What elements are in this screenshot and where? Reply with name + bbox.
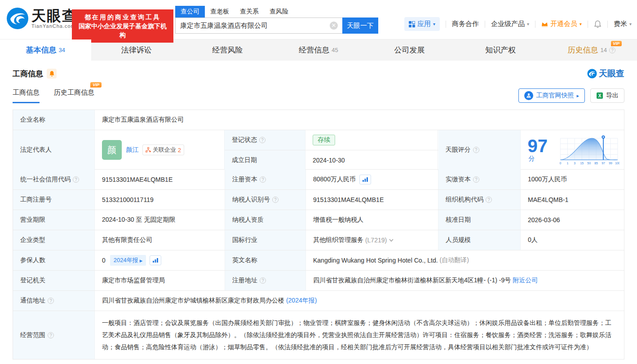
section-title: 工商信息 bbox=[13, 69, 43, 79]
search-tab-company[interactable]: 查公司 bbox=[175, 6, 205, 18]
subscribe-bell[interactable] bbox=[47, 69, 57, 79]
tab-intellectual-property[interactable]: 知识产权 bbox=[455, 39, 546, 61]
tianyancha-logo-icon bbox=[587, 69, 597, 79]
help-icon[interactable]: ? bbox=[473, 176, 479, 183]
field-label: 天眼评分? bbox=[438, 130, 521, 170]
staff-size-value: 0人 bbox=[521, 230, 624, 250]
bar-chart-icon bbox=[362, 177, 368, 182]
svg-text:15: 15 bbox=[580, 162, 584, 165]
score-distribution-chart[interactable]: 0 1 3 15 50 85 97 99 100 bbox=[557, 132, 619, 168]
reg-address-value: 四川省甘孜藏族自治州康定市榆林街道榆林新区新天地4区1幢- (-1) -9号 附… bbox=[306, 271, 624, 290]
avatar[interactable]: 颜 bbox=[102, 140, 122, 160]
divider bbox=[588, 21, 588, 28]
legal-rep-value: 颜 颜江 关联企业 2 bbox=[95, 130, 225, 170]
official-snapshot-button[interactable]: 工商官网快照 ▸ bbox=[518, 88, 585, 103]
search-button[interactable]: 天眼一下 bbox=[342, 18, 378, 34]
slogan-banner: 都在用的商业查询工具 国家中小企业发展子基金旗下机构 bbox=[72, 9, 173, 43]
notification-bell[interactable] bbox=[594, 20, 602, 28]
establish-date-value: 2024-10-30 bbox=[305, 150, 438, 170]
tianyan-score-value: 97分 0 bbox=[521, 130, 624, 169]
tab-business-risk[interactable]: 经营风险 bbox=[182, 39, 273, 61]
tab-label: 知识产权 bbox=[485, 45, 516, 55]
help-icon[interactable]: ? bbox=[73, 176, 79, 183]
paid-capital-value: 1000万人民币 bbox=[521, 170, 624, 189]
export-label: 导出 bbox=[606, 92, 619, 100]
table-row: 企业名称 康定市五康温泉酒店有限公司 bbox=[13, 110, 624, 130]
org-code-value: MAE4LQMB-1 bbox=[521, 190, 624, 210]
field-label: 登记机关 bbox=[13, 271, 95, 290]
field-label: 参保人数 bbox=[13, 250, 95, 270]
annual-report-link[interactable]: (2024年报) bbox=[286, 297, 317, 305]
table-row: 通信地址? 四川省甘孜藏族自治州康定市炉城镇榆林新区康定市财政局办公楼 (202… bbox=[13, 291, 624, 311]
tab-history-info[interactable]: VIP 历史信息 14 ? bbox=[546, 39, 637, 61]
chevron-down-icon: ▾ bbox=[433, 22, 435, 26]
export-button[interactable]: X 导出 bbox=[590, 88, 624, 103]
svg-text:97: 97 bbox=[602, 162, 606, 165]
username-label: 费米 bbox=[614, 20, 627, 28]
svg-text:3: 3 bbox=[574, 162, 576, 165]
watermark-text: 天眼查 bbox=[599, 68, 624, 79]
vip-badge: VIP bbox=[611, 41, 622, 46]
site-logo[interactable]: 天眼查 TianYanCha.com bbox=[6, 7, 77, 30]
help-icon[interactable]: ? bbox=[260, 176, 266, 183]
clear-icon[interactable]: ✕ bbox=[330, 22, 338, 30]
related-label: 关联企业 bbox=[153, 146, 176, 154]
reg-authority-value: 康定市市场监督管理局 bbox=[95, 271, 225, 290]
logo-brand-text: 天眼查 bbox=[31, 8, 77, 23]
help-icon[interactable]: ? bbox=[48, 298, 54, 304]
arrow-right-icon: ▸ bbox=[140, 257, 143, 264]
search-tab-relation[interactable]: 查关系 bbox=[234, 6, 264, 18]
insured-chart-button[interactable] bbox=[150, 255, 161, 265]
reg-status-value: 存续 bbox=[305, 130, 438, 150]
apps-menu[interactable]: 应用 ▾ bbox=[404, 17, 440, 31]
related-count: 2 bbox=[178, 147, 181, 153]
help-icon[interactable]: ? bbox=[259, 137, 265, 143]
svg-text:100: 100 bbox=[615, 162, 619, 165]
nav-user-menu[interactable]: 费米 ▾ bbox=[614, 20, 632, 28]
help-icon[interactable]: ? bbox=[48, 332, 54, 338]
nav-cooperation[interactable]: 商务合作 bbox=[452, 20, 479, 28]
bell-icon bbox=[49, 70, 55, 77]
search-tab-boss[interactable]: 查老板 bbox=[205, 6, 234, 18]
tab-count: 34 bbox=[59, 47, 65, 53]
field-label: 纳税人资质 bbox=[225, 210, 306, 230]
report-badge-label: 2024年报 bbox=[114, 256, 138, 264]
divider bbox=[535, 21, 535, 28]
field-label: 营业期限 bbox=[13, 210, 95, 230]
company-name-value: 康定市五康温泉酒店有限公司 bbox=[95, 110, 624, 130]
apps-label: 应用 bbox=[417, 20, 431, 28]
field-label: 组织机构代码? bbox=[438, 190, 521, 210]
tab-legal-proceedings[interactable]: 法律诉讼 bbox=[91, 39, 182, 61]
help-icon[interactable]: ? bbox=[486, 197, 492, 203]
vip-badge: VIP bbox=[90, 82, 102, 88]
english-name-value: Kangding Wukang Hot Spring Hotel Co., Lt… bbox=[306, 250, 624, 270]
tab-operating-info[interactable]: 经营信息 45 bbox=[273, 39, 364, 61]
nearby-companies-link[interactable]: 附近公司 bbox=[513, 276, 538, 285]
legal-rep-link[interactable]: 颜江 bbox=[126, 146, 139, 154]
help-icon[interactable]: ? bbox=[272, 197, 279, 203]
field-label: 统一社会信用代码? bbox=[13, 170, 95, 189]
industry-value[interactable]: 其他组织管理服务 (L7219) bbox=[306, 230, 438, 250]
field-label: 纳税人识别号? bbox=[225, 190, 306, 210]
related-companies-badge[interactable]: 关联企业 2 bbox=[142, 145, 184, 155]
field-label: 企业名称 bbox=[13, 110, 95, 130]
nav-enterprise-products[interactable]: 企业级产品 ▾ bbox=[491, 20, 529, 28]
help-icon[interactable]: ? bbox=[260, 277, 266, 284]
field-label: 核准日期 bbox=[438, 210, 521, 230]
excel-icon: X bbox=[596, 92, 603, 99]
capital-chart-button[interactable] bbox=[359, 175, 371, 184]
tab-basic-info[interactable]: 基本信息 34 bbox=[0, 39, 91, 61]
help-icon[interactable]: ? bbox=[473, 147, 479, 153]
slogan-line2: 国家中小企业发展子基金旗下机构 bbox=[76, 22, 169, 39]
annual-report-badge[interactable]: 2024年报 ▸ bbox=[110, 255, 146, 266]
tab-company-development[interactable]: 公司发展 bbox=[364, 39, 455, 61]
search-tab-risk[interactable]: 查风险 bbox=[264, 6, 294, 18]
table-row: 登记机关 康定市市场监督管理局 注册地址? 四川省甘孜藏族自治州康定市榆林街道榆… bbox=[13, 271, 624, 291]
subtab-history-business-info[interactable]: 历史工商信息 VIP bbox=[54, 88, 94, 103]
subtab-business-info[interactable]: 工商信息 bbox=[13, 88, 40, 103]
table-row: 参保人数 0 2024年报 ▸ 英文名称 Kangding Wukang Hot… bbox=[13, 250, 624, 271]
search-input[interactable] bbox=[175, 18, 342, 34]
nav-open-vip[interactable]: 开通会员 ▾ bbox=[541, 20, 582, 28]
watermark-logo: 天眼查 bbox=[587, 68, 624, 79]
help-icon[interactable]: ? bbox=[609, 47, 615, 53]
